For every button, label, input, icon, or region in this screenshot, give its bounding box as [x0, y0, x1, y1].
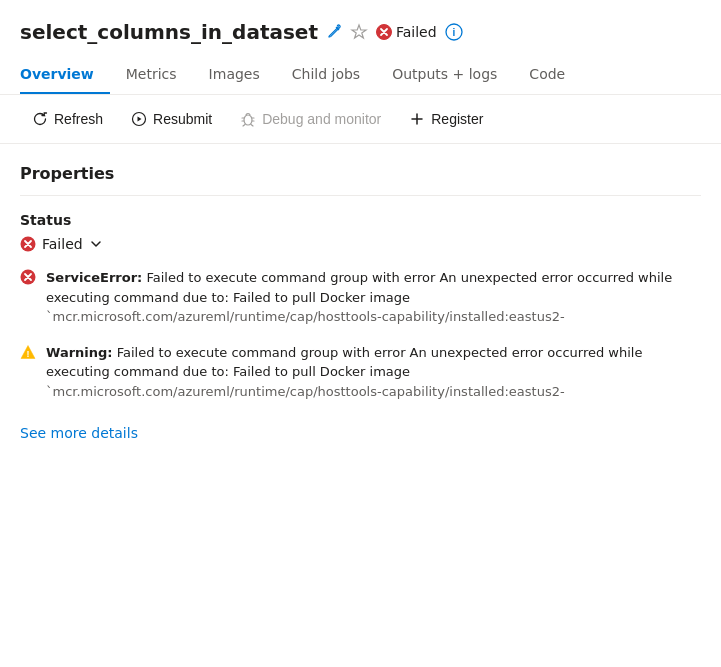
svg-text:!: !: [27, 348, 30, 358]
resubmit-label: Resubmit: [153, 111, 212, 127]
warning-prefix: Warning:: [46, 345, 113, 360]
failed-icon: [376, 24, 392, 40]
warning-url: `mcr.microsoft.com/azureml/runtime/cap/h…: [46, 384, 565, 399]
tab-images[interactable]: Images: [193, 56, 276, 94]
resubmit-button[interactable]: Resubmit: [119, 105, 224, 133]
status-row: Failed: [20, 236, 701, 252]
chevron-down-icon[interactable]: [89, 237, 103, 251]
info-icon[interactable]: i: [445, 23, 463, 41]
error-icon: [20, 269, 36, 288]
register-label: Register: [431, 111, 483, 127]
refresh-label: Refresh: [54, 111, 103, 127]
job-title: select_columns_in_dataset: [20, 20, 318, 44]
properties-title: Properties: [20, 164, 701, 183]
favorite-icon[interactable]: [350, 23, 368, 41]
service-error-block: ServiceError: Failed to execute command …: [20, 268, 701, 327]
status-badge: Failed: [376, 24, 437, 40]
refresh-icon: [32, 111, 48, 127]
header: select_columns_in_dataset Failed i: [0, 0, 721, 44]
see-more-link[interactable]: See more details: [20, 425, 138, 441]
edit-icon[interactable]: [326, 24, 342, 40]
refresh-button[interactable]: Refresh: [20, 105, 115, 133]
status-text: Failed: [396, 24, 437, 40]
content-area: Properties Status Failed ServiceError: F…: [0, 144, 721, 461]
error-prefix: ServiceError:: [46, 270, 142, 285]
debug-label: Debug and monitor: [262, 111, 381, 127]
warning-message-text: Warning: Failed to execute command group…: [46, 343, 701, 402]
register-button[interactable]: Register: [397, 105, 495, 133]
debug-icon: [240, 111, 256, 127]
svg-text:i: i: [452, 27, 455, 38]
status-label: Status: [20, 212, 701, 228]
status-value: Failed: [42, 236, 83, 252]
tab-child-jobs[interactable]: Child jobs: [276, 56, 376, 94]
status-failed-icon: [20, 236, 36, 252]
warning-icon: !: [20, 344, 36, 363]
warning-block: ! Warning: Failed to execute command gro…: [20, 343, 701, 402]
warning-body: Failed to execute command group with err…: [46, 345, 642, 380]
tab-code[interactable]: Code: [513, 56, 581, 94]
tab-outputs-logs[interactable]: Outputs + logs: [376, 56, 513, 94]
resubmit-icon: [131, 111, 147, 127]
error-message-text: ServiceError: Failed to execute command …: [46, 268, 701, 327]
tab-bar: Overview Metrics Images Child jobs Outpu…: [0, 56, 721, 95]
section-divider: [20, 195, 701, 196]
debug-monitor-button[interactable]: Debug and monitor: [228, 105, 393, 133]
register-icon: [409, 111, 425, 127]
tab-overview[interactable]: Overview: [20, 56, 110, 94]
svg-point-4: [244, 115, 252, 125]
toolbar: Refresh Resubmit Debug and monitor Regis…: [0, 95, 721, 144]
error-url: `mcr.microsoft.com/azureml/runtime/cap/h…: [46, 309, 565, 324]
tab-metrics[interactable]: Metrics: [110, 56, 193, 94]
